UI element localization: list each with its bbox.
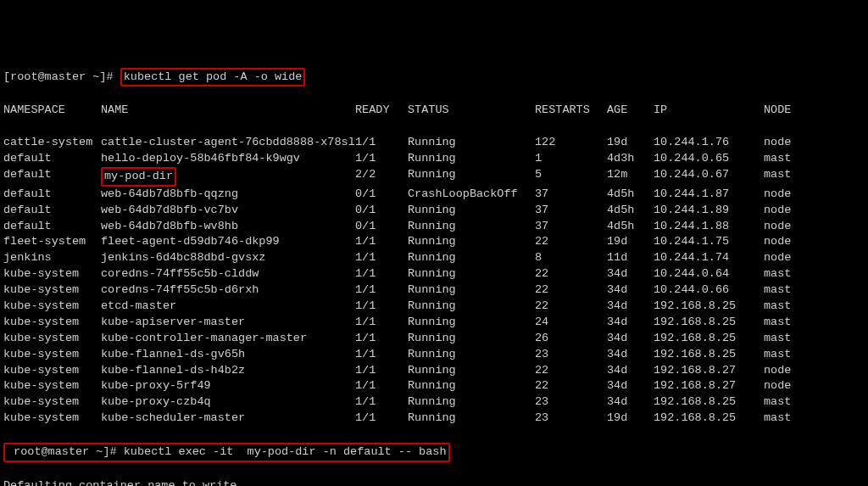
cell-namespace: kube-system	[3, 299, 101, 315]
cell-name: cattle-cluster-agent-76cbdd8888-x78sl	[101, 135, 355, 151]
header-namespace: NAMESPACE	[3, 103, 101, 119]
cell-age: 4d5h	[607, 219, 654, 235]
cell-ip: 192.168.8.25	[654, 411, 764, 427]
table-row: kube-systemkube-scheduler-master1/1Runni…	[3, 411, 865, 427]
table-row: defaultweb-64db7d8bfb-qqzng0/1CrashLoopB…	[3, 187, 865, 203]
cell-status: Running	[408, 250, 535, 266]
cell-ip: 10.244.1.87	[654, 187, 764, 203]
cell-node: mast	[764, 151, 806, 167]
cell-ready: 1/1	[355, 378, 408, 394]
cell-ready: 1/1	[355, 394, 408, 411]
table-row: kube-systemkube-controller-manager-maste…	[3, 331, 865, 347]
cell-restarts: 22	[535, 266, 607, 282]
cell-namespace: default	[3, 187, 101, 203]
cell-restarts: 37	[535, 203, 607, 219]
cell-age: 34d	[607, 282, 654, 299]
cell-namespace: kube-system	[3, 315, 101, 331]
cell-node: mast	[764, 331, 806, 347]
cell-ip: 192.168.8.25	[654, 315, 764, 331]
cell-ip: 10.244.0.64	[654, 266, 764, 282]
cell-ready: 1/1	[355, 282, 408, 299]
cell-namespace: kube-system	[3, 282, 101, 299]
cell-name: kube-scheduler-master	[101, 411, 355, 427]
highlighted-command: kubectl get pod -A -o wide	[120, 68, 306, 87]
table-row: defaultmy-pod-dir2/2Running512m10.244.0.…	[3, 167, 865, 187]
cell-status: Running	[408, 135, 535, 151]
cell-node: mast	[764, 299, 806, 315]
cell-namespace: kube-system	[3, 378, 101, 394]
cell-name: kube-flannel-ds-gv65h	[101, 347, 355, 363]
cell-age: 34d	[607, 363, 654, 379]
cell-ready: 2/2	[355, 167, 408, 187]
cell-namespace: default	[3, 167, 101, 187]
cell-ready: 0/1	[355, 203, 408, 219]
cell-age: 34d	[607, 331, 654, 347]
cell-ready: 1/1	[355, 331, 408, 347]
highlighted-exec-command: root@master ~]# kubectl exec -it my-pod-…	[3, 443, 450, 462]
cell-restarts: 22	[535, 363, 607, 379]
cell-ready: 1/1	[355, 347, 408, 363]
table-row: kube-systemkube-flannel-ds-h4b2z1/1Runni…	[3, 363, 865, 379]
cell-ip: 192.168.8.25	[654, 299, 764, 315]
cell-node: node	[764, 219, 806, 235]
cell-restarts: 8	[535, 250, 607, 266]
table-row: kube-systemkube-flannel-ds-gv65h1/1Runni…	[3, 347, 865, 363]
cell-ip: 10.244.1.89	[654, 203, 764, 219]
cell-ip: 10.244.1.88	[654, 219, 764, 235]
header-age: AGE	[607, 103, 654, 119]
command-line-1[interactable]: [root@master ~]# kubectl get pod -A -o w…	[3, 68, 865, 87]
cell-age: 34d	[607, 299, 654, 315]
header-status: STATUS	[408, 103, 535, 119]
table-row: kube-systemcoredns-74ff55c5b-d6rxh1/1Run…	[3, 282, 865, 299]
pod-table: cattle-systemcattle-cluster-agent-76cbdd…	[3, 135, 865, 427]
cell-restarts: 22	[535, 299, 607, 315]
table-row: defaulthello-deploy-58b46fbf84-k9wgv1/1R…	[3, 151, 865, 167]
table-row: kube-systemetcd-master1/1Running2234d192…	[3, 299, 865, 315]
exec-command-line[interactable]: root@master ~]# kubectl exec -it my-pod-…	[3, 443, 865, 462]
cell-node: mast	[764, 394, 806, 411]
cell-node: mast	[764, 282, 806, 299]
cell-status: Running	[408, 167, 535, 187]
table-row: kube-systemkube-proxy-5rf491/1Running223…	[3, 378, 865, 394]
cell-ready: 1/1	[355, 135, 408, 151]
cell-node: mast	[764, 347, 806, 363]
cell-node: node	[764, 203, 806, 219]
cell-name: web-64db7d8bfb-wv8hb	[101, 219, 355, 235]
cell-namespace: kube-system	[3, 266, 101, 282]
cell-status: Running	[408, 151, 535, 167]
cell-age: 19d	[607, 411, 654, 427]
table-row: kube-systemcoredns-74ff55c5b-clddw1/1Run…	[3, 266, 865, 282]
cell-namespace: default	[3, 203, 101, 219]
cell-name: kube-flannel-ds-h4b2z	[101, 363, 355, 379]
header-restarts: RESTARTS	[535, 103, 607, 119]
table-row: kube-systemkube-proxy-czb4q1/1Running233…	[3, 394, 865, 411]
cell-name: web-64db7d8bfb-qqzng	[101, 187, 355, 203]
cell-age: 19d	[607, 234, 654, 250]
cell-name: my-pod-dir	[101, 167, 355, 187]
cell-namespace: jenkins	[3, 250, 101, 266]
table-row: jenkinsjenkins-6d4bc88dbd-gvsxz1/1Runnin…	[3, 250, 865, 266]
cell-namespace: kube-system	[3, 363, 101, 379]
cell-ready: 1/1	[355, 299, 408, 315]
cell-status: Running	[408, 315, 535, 331]
header-node: NODE	[764, 103, 806, 119]
cell-ready: 1/1	[355, 266, 408, 282]
cell-ip: 192.168.8.25	[654, 331, 764, 347]
cell-status: Running	[408, 378, 535, 394]
cell-restarts: 23	[535, 347, 607, 363]
cell-restarts: 22	[535, 282, 607, 299]
cell-restarts: 5	[535, 167, 607, 187]
cell-node: mast	[764, 411, 806, 427]
cell-ip: 10.244.1.75	[654, 234, 764, 250]
cell-name: kube-proxy-czb4q	[101, 394, 355, 411]
cell-ip: 192.168.8.27	[654, 363, 764, 379]
cell-namespace: kube-system	[3, 347, 101, 363]
exec-prompt: root@master ~]#	[7, 445, 124, 458]
cell-namespace: kube-system	[3, 394, 101, 411]
cell-namespace: default	[3, 219, 101, 235]
cell-node: node	[764, 250, 806, 266]
cell-status: Running	[408, 234, 535, 250]
cell-restarts: 23	[535, 411, 607, 427]
cell-ip: 10.244.0.65	[654, 151, 764, 167]
cell-name: hello-deploy-58b46fbf84-k9wgv	[101, 151, 355, 167]
